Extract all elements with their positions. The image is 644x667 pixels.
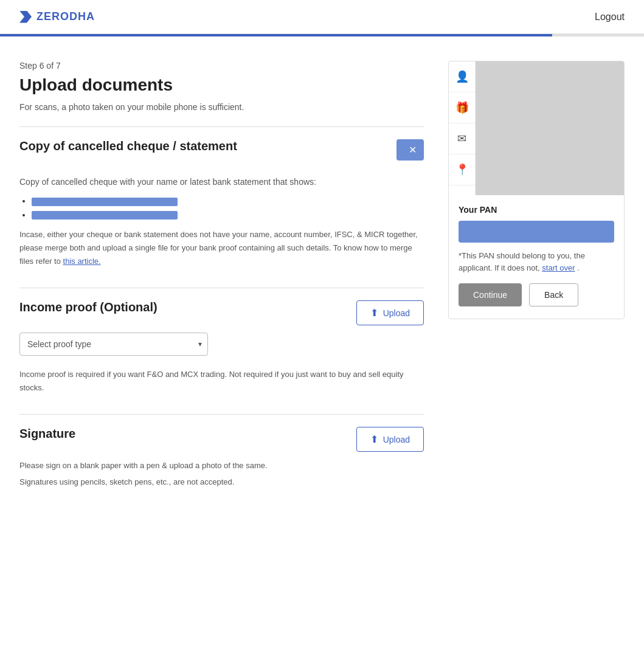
this-article-link[interactable]: this article. [63, 257, 101, 266]
cheque-description: Copy of cancelled cheque with your name … [19, 175, 424, 188]
cheque-title-area: Copy of cancelled cheque / statement [19, 139, 396, 153]
bullet-item-2 [32, 210, 424, 219]
pan-section: Your PAN *This PAN should belong to you,… [449, 195, 624, 319]
cheque-info-text: Incase, either your cheque or bank state… [19, 228, 424, 268]
signature-section: Signature ⬆ Upload Please sign on a blan… [19, 427, 424, 488]
pan-note: *This PAN should belong to you, the appl… [459, 250, 614, 274]
main-content: Step 6 of 7 Upload documents For scans, … [0, 36, 644, 533]
income-proof-upload-button[interactable]: ⬆ Upload [356, 300, 424, 325]
step-label: Step 6 of 7 [19, 61, 424, 71]
divider-middle [19, 288, 424, 288]
right-panel: 👤 🎁 ✉ 📍 Your PAN [448, 61, 625, 508]
income-proof-header: Income proof (Optional) ⬆ Upload [19, 300, 424, 325]
pan-value [459, 221, 614, 243]
logout-button[interactable]: Logout [595, 12, 625, 22]
proof-type-select[interactable]: Select proof type Latest 6 months bank s… [19, 333, 208, 356]
continue-button[interactable]: Continue [459, 283, 522, 306]
location-icon: 📍 [455, 163, 469, 176]
back-button[interactable]: Back [529, 283, 578, 306]
bullet-bar-2 [32, 211, 178, 219]
page-subtitle: For scans, a photo taken on your mobile … [19, 102, 424, 112]
divider-top [19, 126, 424, 127]
start-over-link[interactable]: start over [542, 263, 575, 272]
panel-content [476, 61, 624, 195]
bullet-bar-1 [32, 198, 178, 206]
income-proof-title: Income proof (Optional) [19, 300, 158, 314]
person-icon: 👤 [455, 70, 469, 83]
signature-upload-button[interactable]: ⬆ Upload [356, 427, 424, 452]
signature-desc-2: Signatures using pencils, sketch pens, e… [19, 475, 424, 489]
left-column: Step 6 of 7 Upload documents For scans, … [19, 61, 424, 508]
email-icon-row: ✉ [449, 123, 475, 154]
page-title: Upload documents [19, 75, 424, 95]
gift-icon-row: 🎁 [449, 92, 475, 123]
signature-upload-icon: ⬆ [370, 434, 378, 445]
cheque-section-header: Copy of cancelled cheque / statement ✕ [19, 139, 424, 168]
right-panel-card: 👤 🎁 ✉ 📍 Your PAN [448, 61, 625, 319]
panel-main: 👤 🎁 ✉ 📍 [449, 61, 624, 195]
header: ZERODHA Logout [0, 0, 644, 34]
cheque-bullet-list [19, 196, 424, 219]
zerodha-logo-icon [19, 11, 32, 23]
upload-icon: ⬆ [370, 307, 378, 319]
file-uploaded-bar: ✕ [396, 139, 424, 161]
signature-title: Signature [19, 427, 75, 441]
cheque-section: Copy of cancelled cheque / statement ✕ C… [19, 139, 424, 268]
signature-desc-1: Please sign on a blank paper with a pen … [19, 459, 424, 472]
divider-bottom [19, 414, 424, 415]
income-proof-note: Income proof is required if you want F&O… [19, 368, 424, 395]
bullet-item-1 [32, 196, 424, 206]
logo-text: ZERODHA [36, 10, 95, 23]
action-buttons: Continue Back [459, 283, 614, 306]
person-icon-row: 👤 [449, 61, 475, 92]
logo: ZERODHA [19, 10, 95, 23]
proof-type-select-wrapper: Select proof type Latest 6 months bank s… [19, 333, 208, 356]
income-proof-section: Income proof (Optional) ⬆ Upload Select … [19, 300, 424, 395]
gift-icon: 🎁 [455, 101, 469, 114]
panel-image-placeholder [476, 61, 624, 195]
panel-icon-sidebar: 👤 🎁 ✉ 📍 [449, 61, 476, 195]
location-icon-row: 📍 [449, 154, 475, 185]
email-icon: ✉ [457, 132, 466, 145]
pan-label: Your PAN [459, 205, 614, 215]
signature-header: Signature ⬆ Upload [19, 427, 424, 452]
cheque-upload-area: ✕ [396, 139, 424, 168]
cheque-title: Copy of cancelled cheque / statement [19, 139, 396, 153]
file-remove-button[interactable]: ✕ [409, 144, 417, 156]
